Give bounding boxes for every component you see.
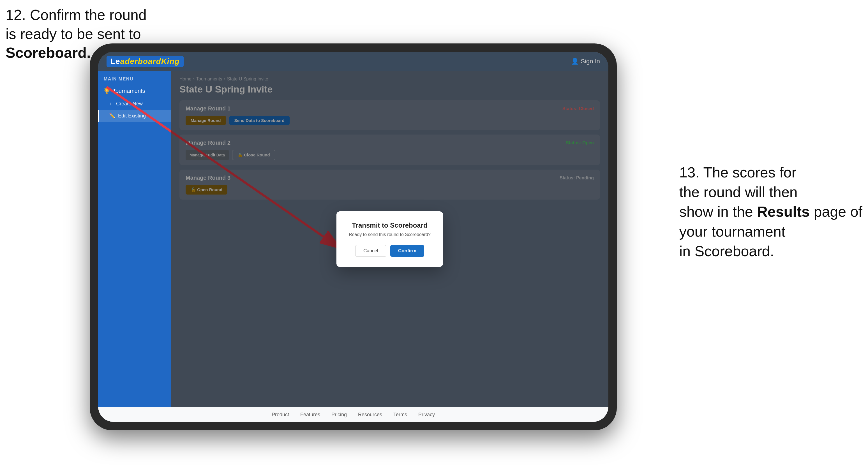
sidebar: MAIN MENU 🏆 Tournaments ＋ Create New ✏️ …: [98, 71, 171, 407]
modal-overlay: Transmit to Scoreboard Ready to send thi…: [171, 71, 609, 407]
footer-link-privacy[interactable]: Privacy: [418, 412, 435, 418]
edit-icon: ✏️: [109, 113, 115, 119]
annotation-top-left: 12. Confirm the round is ready to be sen…: [6, 6, 147, 63]
annotation-right: 13. The scores for the round will then s…: [679, 163, 862, 261]
modal-subtitle: Ready to send this round to Scoreboard?: [348, 232, 432, 237]
tablet-screen: LeaderboardKing 👤 Sign In MAIN MENU 🏆 To…: [98, 52, 609, 422]
tablet-device: LeaderboardKing 👤 Sign In MAIN MENU 🏆 To…: [90, 43, 617, 430]
footer-link-features[interactable]: Features: [300, 412, 320, 418]
trophy-icon: 🏆: [104, 88, 110, 94]
tablet-footer: Product Features Pricing Resources Terms…: [98, 407, 609, 422]
footer-link-pricing[interactable]: Pricing: [331, 412, 347, 418]
sidebar-item-edit-existing[interactable]: ✏️ Edit Existing: [98, 110, 171, 122]
footer-link-resources[interactable]: Resources: [358, 412, 382, 418]
main-content: MAIN MENU 🏆 Tournaments ＋ Create New ✏️ …: [98, 71, 609, 407]
page-content: Home › Tournaments › State U Spring Invi…: [171, 71, 609, 407]
transmit-modal: Transmit to Scoreboard Ready to send thi…: [336, 211, 443, 267]
sidebar-main-menu-label: MAIN MENU: [98, 76, 171, 84]
modal-title: Transmit to Scoreboard: [348, 221, 432, 229]
footer-link-terms[interactable]: Terms: [393, 412, 407, 418]
top-bar: LeaderboardKing 👤 Sign In: [98, 52, 609, 71]
modal-cancel-button[interactable]: Cancel: [355, 245, 386, 257]
sign-in-button[interactable]: 👤 Sign In: [571, 58, 600, 65]
footer-link-product[interactable]: Product: [272, 412, 289, 418]
sidebar-item-tournaments[interactable]: 🏆 Tournaments: [98, 84, 171, 98]
user-icon: 👤: [571, 58, 579, 65]
sidebar-item-create-new[interactable]: ＋ Create New: [98, 98, 171, 110]
modal-confirm-button[interactable]: Confirm: [390, 245, 424, 257]
plus-icon: ＋: [108, 100, 113, 107]
modal-buttons: Cancel Confirm: [348, 245, 432, 257]
